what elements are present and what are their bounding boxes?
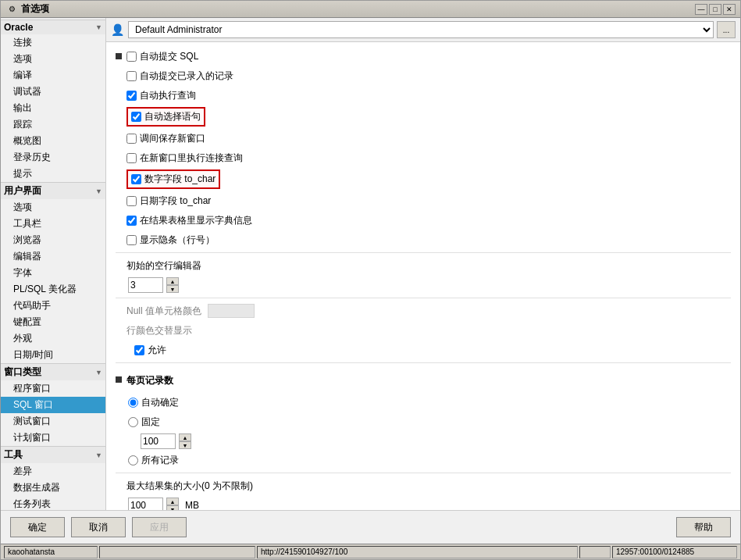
sidebar-item-toolbar[interactable]: 工具栏 (1, 216, 105, 232)
window-type-group-label: 窗口类型 (4, 366, 41, 379)
sidebar-item-task-list[interactable]: 任务列表 (1, 496, 105, 510)
sidebar-item-options[interactable]: 选项 (1, 51, 105, 67)
sidebar-group-tools[interactable]: 工具 ▼ (1, 446, 105, 463)
sidebar-item-output[interactable]: 输出 (1, 100, 105, 116)
date-to-char-checkbox[interactable] (126, 196, 137, 206)
fixed-radio[interactable] (128, 417, 138, 427)
confirm-button[interactable]: 确定 (10, 517, 65, 537)
sidebar-item-ui-options[interactable]: 选项 (1, 199, 105, 216)
toolbar: 👤 Default Administrator ... (106, 18, 740, 42)
show-dict-info-checkbox[interactable] (126, 216, 137, 226)
settings-panel: 自动提交 SQL 自动提交已录入的记录 自动执行查询 (106, 42, 740, 510)
all-records-text: 所有记录 (141, 454, 179, 467)
sidebar-item-font[interactable]: 字体 (1, 265, 105, 281)
auto-commit-sql-checkbox[interactable] (126, 52, 137, 62)
save-new-window-checkbox[interactable] (126, 134, 137, 144)
sidebar-group-ui[interactable]: 用户界面 ▼ (1, 182, 105, 199)
setting-row-records-title: 每页记录数 (116, 368, 731, 391)
sidebar-item-datetime[interactable]: 日期/时间 (1, 347, 105, 363)
divider-2 (116, 298, 731, 298)
status-segment-4 (579, 546, 611, 558)
divider-3 (116, 362, 731, 363)
auto-commit-records-checkbox[interactable] (126, 71, 137, 81)
footer: 确定 取消 应用 帮助 (1, 510, 740, 544)
sidebar-item-editor[interactable]: 编辑器 (1, 248, 105, 265)
sidebar-item-program-window[interactable]: 程序窗口 (1, 380, 105, 397)
max-result-input[interactable] (128, 498, 163, 510)
more-options-button[interactable]: ... (717, 21, 736, 38)
sidebar-item-connect[interactable]: 连接 (1, 34, 105, 51)
sidebar-group-window-type[interactable]: 窗口类型 ▼ (1, 363, 105, 380)
allow-label[interactable]: 允许 (134, 344, 166, 357)
sidebar-item-diff[interactable]: 差异 (1, 463, 105, 480)
auto-select-checkbox[interactable] (131, 112, 141, 122)
show-ruler-label[interactable]: 显示隐条（行号） (126, 234, 215, 247)
max-result-label-text: 最大结果集的大小(0 为不限制) (126, 480, 253, 493)
sidebar-item-overview[interactable]: 概览图 (1, 133, 105, 149)
show-ruler-checkbox[interactable] (126, 235, 137, 245)
sidebar-item-plsql-beautifier[interactable]: PL/SQL 美化器 (1, 281, 105, 298)
fixed-records-input[interactable] (141, 433, 176, 449)
sidebar-item-test-window[interactable]: 测试窗口 (1, 413, 105, 430)
tools-group-label: 工具 (4, 448, 23, 462)
auto-determine-text: 自动确定 (141, 396, 179, 409)
sidebar-item-code-assistant[interactable]: 代码助手 (1, 298, 105, 314)
sidebar-item-key-config[interactable]: 键配置 (1, 314, 105, 330)
auto-execute-checkbox[interactable] (126, 91, 137, 101)
setting-row-null-color: Null 值单元格颜色 (116, 303, 731, 319)
close-button[interactable]: ✕ (723, 4, 736, 15)
auto-commit-sql-label[interactable]: 自动提交 SQL (126, 50, 198, 63)
profile-select[interactable]: Default Administrator (128, 21, 714, 38)
sidebar-item-plan-window[interactable]: 计划窗口 (1, 430, 105, 446)
sidebar-item-trace[interactable]: 跟踪 (1, 116, 105, 133)
sidebar-item-browser[interactable]: 浏览器 (1, 232, 105, 248)
new-window-connect-text: 在新窗口里执行连接查询 (140, 152, 243, 165)
setting-row-auto-commit-sql: 自动提交 SQL (116, 48, 731, 64)
all-records-label[interactable]: 所有记录 (128, 454, 179, 467)
fixed-records-increment[interactable]: ▲ (179, 433, 191, 441)
tools-collapse-icon: ▼ (95, 451, 102, 459)
records-per-page-title: 每页记录数 (126, 374, 173, 387)
sidebar-item-debugger[interactable]: 调试器 (1, 84, 105, 100)
fixed-records-decrement[interactable]: ▼ (179, 441, 191, 449)
new-window-connect-checkbox[interactable] (126, 153, 137, 163)
null-color-picker[interactable] (208, 304, 255, 318)
date-to-char-label[interactable]: 日期字段 to_char (126, 194, 211, 208)
fixed-label[interactable]: 固定 (128, 416, 160, 429)
sidebar-item-hints[interactable]: 提示 (1, 166, 105, 182)
save-new-window-label[interactable]: 调间保存新窗口 (126, 132, 205, 145)
setting-row-show-ruler: 显示隐条（行号） (116, 232, 731, 248)
initial-rows-input[interactable] (128, 277, 163, 293)
auto-determine-label[interactable]: 自动确定 (128, 396, 179, 409)
sidebar-item-appearance[interactable]: 外观 (1, 330, 105, 347)
auto-commit-records-label[interactable]: 自动提交已录入的记录 (126, 70, 233, 83)
minimize-button[interactable]: — (695, 4, 707, 15)
numeric-to-char-label[interactable]: 数字字段 to_char (131, 173, 216, 186)
apply-button[interactable]: 应用 (132, 517, 187, 537)
setting-row-auto-execute: 自动执行查询 (116, 87, 731, 103)
sidebar-item-login-history[interactable]: 登录历史 (1, 149, 105, 166)
numeric-to-char-checkbox[interactable] (131, 174, 141, 184)
all-records-radio[interactable] (128, 455, 138, 465)
ui-group-label: 用户界面 (4, 184, 41, 198)
auto-select-label[interactable]: 自动选择语句 (131, 110, 201, 123)
status-bar: kaoohatansta http://241590104927/100 129… (1, 544, 740, 559)
help-button[interactable]: 帮助 (676, 517, 731, 537)
auto-determine-radio[interactable] (128, 398, 138, 408)
max-result-increment[interactable]: ▲ (166, 498, 179, 505)
allow-checkbox[interactable] (134, 345, 144, 355)
preferences-window: ⚙ 首选项 — □ ✕ Oracle ▼ 连接 选项 编译 调试器 输出 跟踪 … (0, 0, 741, 560)
sidebar-item-compile[interactable]: 编译 (1, 67, 105, 84)
initial-rows-label: 初始的空行编辑器 (126, 259, 201, 273)
sidebar-item-data-generator[interactable]: 数据生成器 (1, 480, 105, 496)
max-result-decrement[interactable]: ▼ (166, 505, 179, 510)
initial-rows-increment[interactable]: ▲ (166, 277, 179, 285)
maximize-button[interactable]: □ (709, 4, 721, 15)
auto-execute-label[interactable]: 自动执行查询 (126, 89, 196, 102)
show-dict-info-label[interactable]: 在结果表格里显示字典信息 (126, 214, 252, 227)
sidebar-item-sql-window[interactable]: SQL 窗口 (1, 397, 105, 413)
initial-rows-decrement[interactable]: ▼ (166, 285, 179, 293)
cancel-button[interactable]: 取消 (71, 517, 126, 537)
new-window-connect-label[interactable]: 在新窗口里执行连接查询 (126, 152, 243, 165)
sidebar-group-oracle[interactable]: Oracle ▼ (1, 20, 105, 34)
